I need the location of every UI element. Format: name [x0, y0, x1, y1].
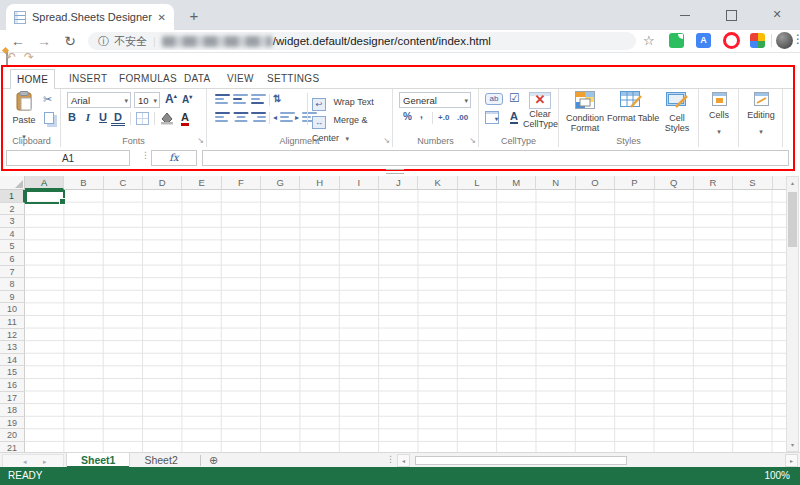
italic-button[interactable]: I	[81, 111, 95, 123]
row-header-17[interactable]: 17	[0, 392, 25, 405]
column-header-R[interactable]: R	[694, 176, 733, 190]
name-box[interactable]	[6, 150, 130, 166]
back-button[interactable]: ←	[8, 31, 28, 51]
row-header-1[interactable]: 1	[0, 190, 25, 203]
row-header-21[interactable]: 21	[0, 442, 25, 452]
column-header-C[interactable]: C	[104, 176, 143, 190]
underline-button[interactable]: U	[96, 111, 110, 123]
row-header-11[interactable]: 11	[0, 316, 25, 329]
decrease-decimal-button[interactable]: .00	[457, 113, 468, 122]
sheetbar-splitter-icon[interactable]: ⋮	[386, 454, 395, 464]
horizontal-scrollbar-thumb[interactable]	[415, 456, 627, 465]
row-header-19[interactable]: 19	[0, 417, 25, 430]
forward-button[interactable]: →	[34, 31, 54, 51]
opera-extension-icon[interactable]	[723, 32, 740, 49]
column-header-A[interactable]: A	[25, 176, 64, 190]
font-color-button[interactable]: A	[181, 111, 189, 126]
window-maximize-button[interactable]	[708, 0, 754, 28]
translate-extension-icon[interactable]: A	[696, 33, 711, 48]
align-left-button[interactable]	[215, 112, 230, 123]
row-header-16[interactable]: 16	[0, 379, 25, 392]
column-header-D[interactable]: D	[143, 176, 182, 190]
ribbon-tab-formulas[interactable]: FORMULAS	[113, 69, 183, 88]
browser-tab[interactable]: Spread.Sheets Designer ✕	[6, 4, 174, 30]
add-sheet-button[interactable]: ⊕	[209, 453, 218, 468]
scroll-down-icon[interactable]: ▾	[787, 439, 798, 451]
ribbon-collapse-handle[interactable]	[386, 169, 404, 174]
row-header-15[interactable]: 15	[0, 366, 25, 379]
column-header-P[interactable]: P	[615, 176, 654, 190]
row-header-4[interactable]: 4	[0, 228, 25, 241]
row-header-8[interactable]: 8	[0, 278, 25, 291]
redo-button[interactable]: ↷	[24, 51, 34, 63]
scroll-left-icon[interactable]: ◂	[397, 454, 410, 467]
evernote-extension-icon[interactable]	[669, 33, 684, 48]
ribbon-tab-settings[interactable]: SETTINGS	[261, 69, 325, 88]
fill-handle[interactable]	[59, 198, 66, 205]
column-header-N[interactable]: N	[536, 176, 575, 190]
hyperlink-celltype-icon[interactable]: A	[510, 110, 518, 124]
alignment-dialog-launcher-icon[interactable]: ↘	[383, 136, 390, 145]
column-header-J[interactable]: J	[379, 176, 418, 190]
scroll-right-icon[interactable]: ▸	[785, 454, 798, 467]
fill-color-button[interactable]	[159, 111, 174, 125]
copy-icon[interactable]	[44, 112, 54, 124]
name-box-splitter-icon[interactable]: ⋮	[141, 150, 150, 160]
percent-style-button[interactable]: %	[403, 111, 412, 122]
row-header-3[interactable]: 3	[0, 215, 25, 228]
align-middle-button[interactable]	[233, 94, 248, 105]
format-table-button[interactable]: Format Table	[607, 91, 655, 123]
numbers-dialog-launcher-icon[interactable]: ↘	[469, 136, 476, 145]
font-size-select[interactable]: 10 ▾	[134, 92, 160, 108]
extension-icon[interactable]	[750, 33, 765, 48]
window-close-button[interactable]: ✕	[754, 0, 800, 28]
row-header-7[interactable]: 7	[0, 266, 25, 279]
row-header-9[interactable]: 9	[0, 291, 25, 304]
editing-button[interactable]: Editing ▾	[739, 92, 783, 138]
ribbon-tab-insert[interactable]: INSERT	[63, 69, 113, 88]
cells-button[interactable]: Cells ▾	[699, 92, 739, 138]
column-header-H[interactable]: H	[300, 176, 339, 190]
column-header-S[interactable]: S	[733, 176, 772, 190]
profile-avatar[interactable]	[776, 32, 793, 49]
combobox-celltype-icon[interactable]: ▾	[485, 111, 499, 124]
wrap-text-button[interactable]: ↩ Wrap Text	[312, 93, 374, 111]
increase-decimal-button[interactable]: +.0	[438, 113, 449, 122]
row-header-18[interactable]: 18	[0, 404, 25, 417]
cell-styles-button[interactable]: Cell Styles	[657, 91, 697, 133]
sheet-tab-sheet1[interactable]: Sheet1	[66, 453, 130, 468]
checkbox-celltype-icon[interactable]: ☑	[509, 91, 520, 105]
tab-close-icon[interactable]: ✕	[158, 12, 166, 23]
bookmark-star-icon[interactable]: ☆	[643, 33, 655, 48]
select-all-corner[interactable]	[0, 176, 25, 190]
reload-button[interactable]: ↻	[60, 31, 80, 51]
new-tab-button[interactable]: +	[186, 7, 202, 24]
fx-button[interactable]: fx	[151, 150, 197, 166]
row-header-12[interactable]: 12	[0, 329, 25, 342]
column-header-L[interactable]: L	[458, 176, 497, 190]
increase-font-button[interactable]: A▴	[165, 92, 177, 106]
align-bottom-button[interactable]	[251, 94, 266, 105]
align-top-button[interactable]	[215, 94, 230, 105]
horizontal-scrollbar[interactable]: ◂ ▸	[397, 454, 798, 467]
column-header-Q[interactable]: Q	[655, 176, 694, 190]
ribbon-tab-data[interactable]: DATA	[178, 69, 216, 88]
row-header-2[interactable]: 2	[0, 203, 25, 216]
decrease-font-button[interactable]: A▾	[182, 93, 192, 105]
row-header-14[interactable]: 14	[0, 354, 25, 367]
window-minimize-button[interactable]	[662, 0, 708, 28]
column-header-F[interactable]: F	[222, 176, 261, 190]
row-header-6[interactable]: 6	[0, 253, 25, 266]
button-celltype-icon[interactable]: ab	[485, 93, 503, 105]
formula-input[interactable]	[202, 150, 789, 166]
scroll-up-icon[interactable]: ▴	[787, 177, 798, 189]
fonts-dialog-launcher-icon[interactable]: ↘	[197, 136, 204, 145]
column-header-E[interactable]: E	[182, 176, 221, 190]
text-orientation-button[interactable]: ⇅	[273, 93, 281, 104]
column-header-O[interactable]: O	[576, 176, 615, 190]
column-header-T[interactable]: T	[773, 176, 786, 190]
ribbon-tab-home[interactable]: HOME	[10, 69, 55, 89]
borders-button[interactable]	[136, 112, 149, 125]
info-icon[interactable]: ⓘ	[98, 34, 109, 49]
double-underline-button[interactable]: D	[111, 111, 125, 126]
